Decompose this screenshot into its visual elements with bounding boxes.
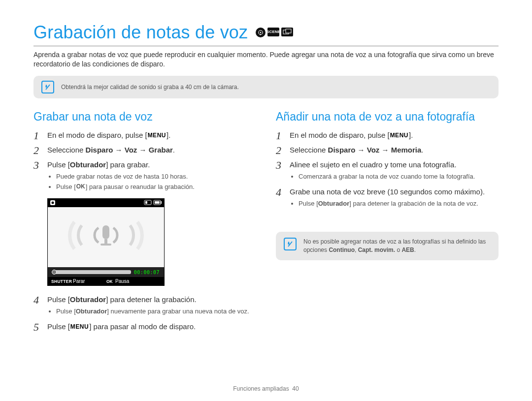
step-number: 2 — [33, 145, 41, 156]
step-number: 4 — [33, 295, 41, 318]
tip-box-1: Obtendrá la mejor calidad de sonido si g… — [33, 76, 499, 98]
step-3: 3 Alinee el sujeto en el cuadro y tome u… — [276, 160, 499, 183]
svg-rect-6 — [46, 86, 47, 88]
mode-icon-dual — [281, 28, 293, 36]
sub-bullet: Puede grabar notas de voz de hasta 10 ho… — [56, 173, 256, 181]
column-left: Grabar una nota de voz 1 En el modo de d… — [33, 110, 256, 337]
svg-point-22 — [52, 270, 57, 274]
svg-rect-14 — [161, 201, 162, 204]
tip-text-1: Obtendrá la mejor calidad de sonido si g… — [61, 84, 239, 91]
intro-text: Aprenda a grabar notas de voz que puede … — [33, 50, 499, 69]
tip-text-2: No es posible agregar notas de voz a las… — [303, 238, 491, 254]
svg-rect-17 — [102, 225, 109, 239]
svg-point-10 — [52, 201, 54, 204]
svg-rect-15 — [155, 201, 160, 204]
step-number: 5 — [33, 322, 41, 333]
timer-text: 00:00:07 — [134, 270, 160, 275]
menu-label: MENU — [70, 323, 89, 331]
title-text: Grabación de notas de voz — [33, 22, 248, 43]
sub-bullet: Comenzará a grabar la nota de voz cuando… — [299, 173, 499, 181]
step-2: 2 Seleccione Disparo → Voz → Grabar. — [33, 145, 256, 156]
svg-rect-19 — [100, 244, 111, 246]
svg-text:P: P — [260, 33, 262, 35]
step-number: 1 — [276, 130, 284, 141]
footer-section: Funciones ampliadas — [233, 385, 289, 392]
step-number: 4 — [276, 187, 284, 210]
page-footer: Funciones ampliadas 40 — [0, 385, 532, 392]
step-number: 3 — [33, 160, 41, 193]
sub-bullet: Pulse [Obturador] nuevamente para grabar… — [56, 308, 256, 316]
step-1: 1 En el modo de disparo, pulse [MENU]. — [33, 130, 256, 141]
mode-icon-scene: SCENE — [267, 28, 279, 36]
section-heading-record: Grabar una nota de voz — [33, 110, 256, 123]
svg-rect-4 — [286, 29, 291, 33]
svg-rect-29 — [288, 243, 290, 245]
column-right: Añadir una nota de voz a una fotografía … — [276, 110, 499, 337]
step-4: 4 Pulse [Obturador] para detener la grab… — [33, 295, 256, 318]
mode-icons: P SCENE — [256, 28, 293, 37]
page-title: Grabación de notas de voz P SCENE — [33, 22, 499, 46]
step-5: 5 Pulse [MENU] para pasar al modo de dis… — [33, 322, 256, 333]
tip-box-2: No es posible agregar notas de voz a las… — [276, 232, 499, 260]
info-icon — [41, 81, 54, 93]
menu-label: MENU — [390, 131, 409, 139]
footer-page: 40 — [292, 385, 299, 392]
menu-label: MENU — [147, 131, 166, 139]
svg-text:OK: OK — [106, 279, 113, 284]
device-screenshot: 00:00:07 SHUTTER Parar OK Pausa — [47, 198, 165, 288]
sub-bullet: Pulse [Obturador] para detener la grabac… — [299, 200, 499, 208]
svg-rect-12 — [145, 201, 147, 204]
sub-bullet: Pulse [OK] para pausar o reanudar la gra… — [56, 183, 256, 191]
step-4: 4 Grabe una nota de voz breve (10 segund… — [276, 187, 499, 210]
step-1: 1 En el modo de disparo, pulse [MENU]. — [276, 130, 499, 141]
step-number: 1 — [33, 130, 41, 141]
ok-label: OK — [76, 183, 86, 191]
svg-text:Pausa: Pausa — [115, 278, 130, 284]
svg-rect-21 — [52, 270, 131, 274]
svg-rect-18 — [104, 239, 107, 244]
svg-text:Parar: Parar — [73, 278, 85, 284]
step-number: 3 — [276, 160, 284, 183]
svg-text:SHUTTER: SHUTTER — [51, 279, 72, 284]
info-icon — [284, 238, 297, 250]
section-heading-add: Añadir una nota de voz a una fotografía — [276, 110, 499, 123]
step-3: 3 Pulse [Obturador] para grabar. Puede g… — [33, 160, 256, 193]
mode-icon-p: P — [256, 28, 266, 37]
step-2: 2 Seleccione Disparo → Voz → Memoria. — [276, 145, 499, 156]
step-number: 2 — [276, 145, 284, 156]
